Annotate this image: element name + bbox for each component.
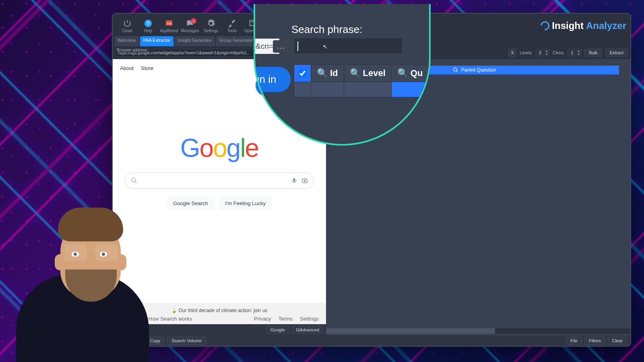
table-cell[interactable] — [311, 82, 344, 97]
google-search-button[interactable]: Google Search — [167, 197, 214, 210]
svg-point-5 — [132, 178, 135, 182]
tab-group-generator[interactable]: Group Generator — [216, 36, 256, 46]
footer-privacy-link[interactable]: Privacy — [254, 316, 271, 322]
tools-label: Tools — [227, 29, 236, 33]
footer-terms-link[interactable]: Terms — [279, 316, 293, 322]
svg-text:?: ? — [147, 20, 149, 26]
help-label: Help — [144, 29, 153, 33]
search-icon: 🔍 — [350, 68, 361, 78]
search-icon — [131, 177, 137, 184]
messages-label: Messages — [181, 29, 199, 33]
col-question[interactable]: 🔍Qu — [391, 65, 429, 82]
settings-button[interactable]: Settings — [200, 19, 221, 33]
chevron-down-icon[interactable]: ▼ — [544, 53, 549, 56]
help-icon: ? — [144, 19, 153, 28]
col-level[interactable]: 🔍Level — [344, 65, 391, 82]
scrollbar-thumb[interactable] — [326, 328, 495, 334]
google-about-link[interactable]: About — [120, 65, 134, 71]
google-search-box[interactable] — [125, 173, 314, 189]
bulk-button[interactable]: Bulk — [584, 49, 602, 57]
climate-link[interactable]: 🍃 Our third decade of climate action: jo… — [120, 305, 319, 316]
browser-address-label: Browser address: — [117, 48, 148, 52]
power-icon — [123, 19, 132, 28]
brand-icon — [539, 20, 551, 32]
svg-rect-9 — [303, 178, 305, 179]
feeling-lucky-button[interactable]: I'm Feeling Lucky — [219, 197, 272, 210]
close-button[interactable]: Close — [117, 19, 138, 33]
search-icon — [452, 67, 459, 73]
brand-logo: Insight Analyzer — [541, 20, 626, 31]
table-cell[interactable] — [294, 82, 311, 97]
mic-icon[interactable] — [291, 177, 297, 184]
select-all-checkbox[interactable] — [298, 69, 307, 78]
clear-results-button[interactable]: Clear — [608, 337, 627, 345]
google-search-input[interactable] — [141, 177, 287, 184]
more-icon[interactable]: ... — [273, 40, 289, 53]
chevron-down-icon[interactable]: ▼ — [576, 53, 581, 56]
col-checkbox[interactable] — [294, 65, 311, 82]
search-icon: 🔍 — [397, 68, 408, 78]
search-phrase-input-zoom[interactable] — [294, 38, 402, 54]
footer-settings-link[interactable]: Settings — [300, 316, 319, 322]
tab-insight-generator[interactable]: Insight Generator — [174, 36, 215, 46]
messages-badge: 1 — [191, 18, 196, 24]
help-button[interactable]: ? Help — [138, 19, 159, 33]
google-advanced-button[interactable]: GAdvanced — [292, 326, 324, 334]
lens-icon[interactable] — [301, 177, 308, 184]
appbreed-icon: Aa — [165, 19, 173, 28]
google-store-link[interactable]: Store — [141, 65, 153, 71]
filters-button[interactable]: Filters — [584, 337, 605, 345]
footer-how-link[interactable]: How Search works — [149, 316, 192, 322]
brand-text-2: Analyzer — [586, 20, 626, 31]
search-volume-button[interactable]: Search Volume — [167, 337, 206, 345]
brand-text-1: Insight — [552, 20, 584, 31]
chevron-up-icon[interactable]: ▲ — [576, 49, 581, 53]
settings-label: Settings — [204, 29, 218, 33]
clicks-value[interactable] — [568, 50, 576, 55]
file-button[interactable]: File — [566, 337, 582, 345]
horizontal-scrollbar[interactable] — [326, 328, 630, 334]
col-id[interactable]: 🔍Id — [311, 65, 344, 82]
table-cell[interactable] — [344, 82, 391, 97]
svg-point-8 — [304, 180, 305, 182]
tab-welcome[interactable]: Welcome — [114, 36, 139, 46]
search-phrase-label-zoom: Search phrase: — [291, 23, 362, 36]
extract-button[interactable]: Extract — [605, 49, 628, 57]
levels-stepper[interactable]: ▲▼ — [536, 49, 549, 56]
svg-text:Aa: Aa — [167, 21, 171, 25]
tools-button[interactable]: Tools — [221, 19, 242, 33]
chevron-up-icon[interactable]: ▲ — [544, 49, 549, 53]
presenter-webcam — [16, 193, 149, 362]
clear-search-button[interactable]: X — [508, 49, 516, 57]
sign-in-fragment: gn in — [254, 67, 291, 92]
appbreed-button[interactable]: Aa AppBreed — [159, 19, 180, 33]
clicks-stepper[interactable]: ▲▼ — [568, 49, 581, 56]
close-label: Close — [122, 29, 132, 33]
levels-value[interactable] — [536, 50, 544, 55]
clicks-label: Clicks: — [553, 51, 564, 55]
tab-paa-extractor[interactable]: PAA Extractor — [140, 36, 174, 46]
appbreed-label: AppBreed — [160, 29, 178, 33]
gear-icon — [206, 19, 215, 28]
bottom-toolbar: PAA Tree Copy Search Volume File Filters… — [113, 335, 630, 346]
messages-button[interactable]: 1 Messages — [180, 19, 200, 33]
svg-point-10 — [453, 68, 456, 71]
results-table-zoom: 🔍Id 🔍Level 🔍Qu — [294, 64, 429, 97]
svg-rect-6 — [293, 178, 295, 181]
google-logo: Google — [171, 133, 268, 163]
google-nav-button[interactable]: Google — [266, 326, 289, 334]
levels-label: Levels: — [520, 51, 533, 55]
cursor-icon: ↖ — [323, 43, 328, 51]
search-icon: 🔍 — [317, 68, 328, 78]
tools-icon — [227, 19, 236, 28]
